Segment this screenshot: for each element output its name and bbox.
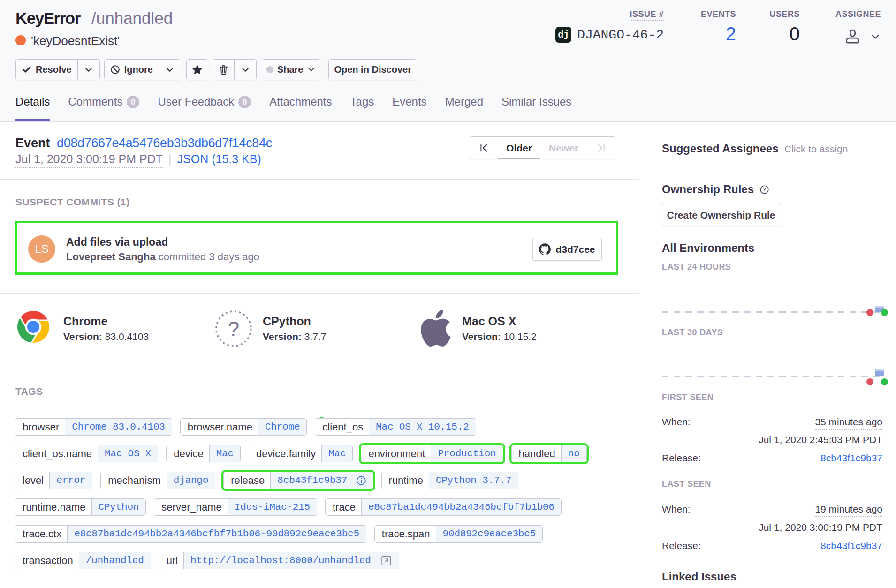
svg-text:?: ? (763, 187, 766, 192)
svg-text:?: ? (228, 317, 239, 340)
